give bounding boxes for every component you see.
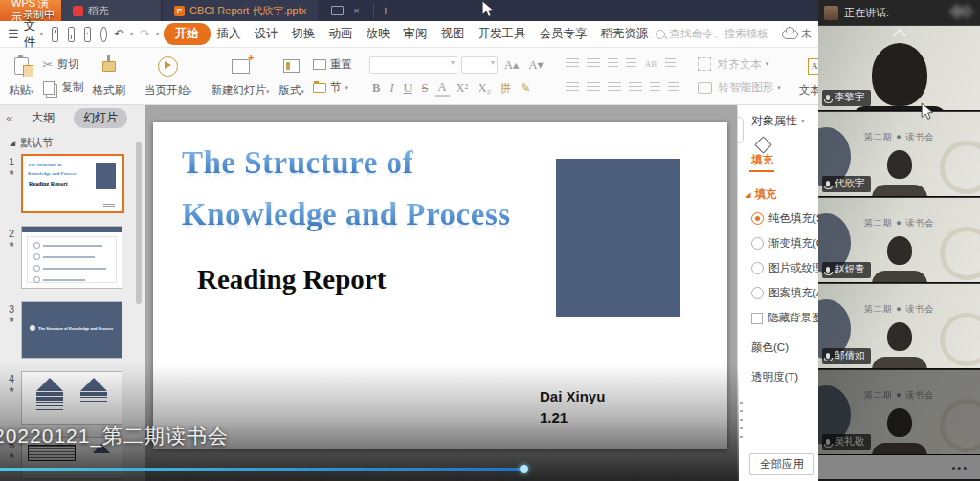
align-text-button[interactable]: 对齐文本▾ (694, 56, 785, 73)
search-input[interactable]: 查找命令、搜索模板 (656, 27, 769, 41)
distribute-icon[interactable] (650, 82, 660, 94)
redo-icon[interactable]: ↷ (140, 27, 150, 41)
participant-video-1[interactable]: 李擎宇 (818, 25, 980, 111)
customize-toolbar-icon[interactable]: ▾ (156, 30, 160, 38)
pinyin-guide-icon[interactable]: 拼 (498, 81, 514, 96)
apply-all-button[interactable]: 全部应用 (749, 453, 814, 475)
fill-section-header[interactable]: ◢ 填充 (746, 187, 819, 202)
line-spacing-icon[interactable] (665, 58, 676, 70)
tab-insert[interactable]: 插入 (211, 23, 248, 45)
menu-bar: ☰ 文件 ▾ ↶ ▾ ↷ ▾ 开始 插入 设计 切换 动画 放映 审阅 视图 开… (0, 21, 819, 48)
tab-transition[interactable]: 切换 (285, 23, 323, 45)
radio-pattern-fill[interactable]: 图案填充(A) (751, 286, 819, 300)
font-color-button[interactable]: A (435, 80, 450, 97)
cloud-sync-status[interactable]: 未 (782, 27, 812, 41)
align-center-icon[interactable] (587, 82, 600, 94)
slide-thumbnail-2[interactable] (21, 226, 122, 289)
slide-thumbnail-1[interactable]: The Structure ofKnowledge and Process Re… (21, 154, 124, 213)
export-icon[interactable] (68, 27, 75, 42)
print-preview-icon[interactable] (100, 27, 107, 42)
properties-title[interactable]: 对象属性 ▾ (738, 105, 819, 135)
tab-membership[interactable]: 会员专享 (533, 23, 594, 45)
font-name-select[interactable] (369, 56, 457, 74)
justify-icon[interactable] (629, 82, 642, 94)
play-from-current-button[interactable]: 当页开始▾ (140, 51, 197, 101)
radio-gradient-fill[interactable]: 渐变填充(G) (751, 236, 819, 251)
strikethrough-button[interactable]: S (419, 81, 432, 96)
format-painter-button[interactable]: 格式刷 (88, 51, 131, 101)
align-right-icon[interactable] (608, 82, 621, 94)
tab-animation[interactable]: 动画 (323, 23, 360, 45)
section-header[interactable]: ◢ 默认节 (0, 130, 145, 154)
document-tab[interactable]: P CBCI Report 代欣宇.pptx (163, 0, 318, 21)
reset-button[interactable]: 重置 (309, 56, 356, 73)
tab-home[interactable]: 开始 (164, 23, 211, 45)
undo-dropdown-icon[interactable]: ▾ (130, 30, 134, 38)
more-options-icon[interactable]: ••• (951, 462, 969, 473)
display-mode-icon[interactable] (331, 6, 344, 15)
tab-review[interactable]: 审阅 (397, 23, 434, 45)
copy-button[interactable]: 复制 (39, 79, 88, 96)
subscript-button[interactable]: X₂ (475, 81, 493, 96)
layout-button[interactable]: 版式▾ (275, 51, 310, 101)
slide-title-line1[interactable]: The Structure of (182, 145, 413, 181)
close-tab-button[interactable]: × (353, 5, 359, 16)
fill-tab[interactable]: 填充 (751, 153, 819, 167)
slide-title-line2[interactable]: Knowledge and Process (182, 197, 511, 232)
tab-view[interactable]: 视图 (434, 23, 472, 45)
video-progress-knob[interactable] (520, 465, 528, 473)
to-smart-graphic-button[interactable]: 转智能图形▾ (694, 79, 785, 96)
section-button[interactable]: 节▾ (309, 79, 356, 96)
decrease-font-icon[interactable]: A▾ (525, 57, 546, 73)
tab-devtools[interactable]: 开发工具 (472, 23, 533, 45)
collapse-panel-button[interactable]: « (6, 111, 12, 125)
participant-video-3[interactable]: 第二期 ● 读书会 赵煜青 (818, 197, 980, 283)
text-box-button[interactable]: A≡ 文本框▾ (794, 51, 819, 101)
checkbox-hide-background-graphics[interactable]: 隐藏背景图形 (751, 311, 819, 325)
align-left-icon[interactable] (566, 82, 579, 94)
tab-slideshow[interactable]: 放映 (360, 23, 397, 45)
undo-icon[interactable]: ↶ (114, 27, 124, 41)
numbered-list-icon[interactable] (587, 58, 600, 70)
print-icon[interactable] (84, 27, 91, 42)
panel-resize-dots[interactable] (740, 402, 743, 440)
superscript-button[interactable]: X² (454, 81, 472, 96)
collapse-chevron-icon[interactable] (892, 29, 905, 42)
thumbnail-scrollbar[interactable] (136, 142, 142, 304)
tab-docer-resources[interactable]: 稻壳资源 (594, 23, 656, 45)
font-size-select[interactable] (461, 56, 498, 74)
radio-picture-texture-fill[interactable]: 图片或纹理填充 (751, 261, 819, 275)
save-icon[interactable] (52, 27, 58, 42)
slides-tab[interactable]: 幻灯片 (74, 108, 127, 128)
slide-shape-rectangle[interactable] (556, 159, 680, 317)
paste-button[interactable]: 粘贴▾ (4, 51, 39, 101)
video-progress-bar[interactable] (0, 468, 524, 471)
new-slide-button[interactable]: 新建幻灯片▾ (207, 51, 275, 101)
chevron-down-icon: ▾ (39, 30, 43, 38)
slide-thumbnail-3[interactable]: The Structure of Knowledge and Process (21, 301, 122, 359)
new-tab-button[interactable]: + (373, 3, 397, 18)
file-menu[interactable]: 文件 (24, 18, 36, 51)
underline-button[interactable]: U (401, 81, 415, 96)
outline-tab[interactable]: 大纲 (22, 108, 64, 128)
participant-video-5[interactable]: 第二期 ● 读书会 吴礼敬 (818, 369, 980, 455)
hamburger-icon[interactable]: ☰ (8, 27, 19, 41)
increase-indent-icon[interactable] (626, 58, 636, 70)
tab-design[interactable]: 设计 (248, 23, 285, 45)
increase-font-icon[interactable]: A▴ (501, 57, 522, 73)
participant-video-4[interactable]: 第二期 ● 读书会 邹倩如 (818, 283, 980, 369)
bold-button[interactable]: B (369, 81, 383, 96)
columns-icon[interactable] (668, 82, 679, 94)
italic-button[interactable]: I (387, 81, 396, 96)
store-tab[interactable]: 稻壳 (61, 0, 161, 21)
participant-video-2[interactable]: 第二期 ● 读书会 代欣宇 (818, 111, 980, 197)
text-direction-icon[interactable]: AB (642, 59, 660, 69)
highlighter-icon[interactable]: ✎ (518, 80, 533, 96)
cut-button[interactable]: ✂ 剪切 (39, 56, 88, 73)
slide-subtitle[interactable]: Reading Report (197, 264, 386, 295)
bullet-list-icon[interactable] (566, 58, 579, 70)
decrease-indent-icon[interactable] (608, 58, 618, 70)
panel-collapse-handle[interactable] (737, 117, 744, 143)
radio-solid-fill[interactable]: 纯色填充(S) (751, 211, 819, 226)
mouse-cursor (921, 103, 934, 120)
